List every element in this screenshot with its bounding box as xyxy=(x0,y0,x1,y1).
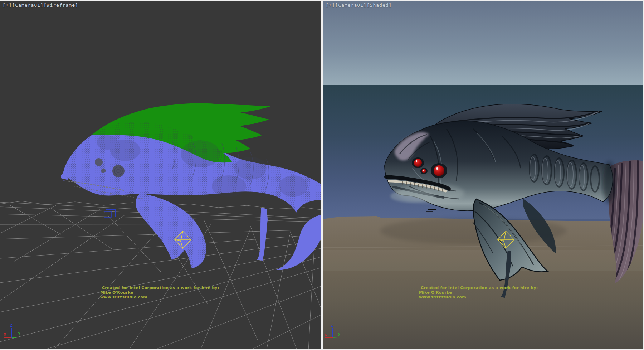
annotation-line: Mike O'Rourke xyxy=(100,290,219,295)
frame-border-top xyxy=(0,0,644,1)
viewport-label-shaded[interactable]: [+][Camera01][Shaded] xyxy=(326,3,392,8)
annotation-line: www.fritzstudio.com xyxy=(419,295,538,300)
viewport-label-wireframe[interactable]: [+][Camera01][Wireframe] xyxy=(3,3,78,8)
axis-z-label: z xyxy=(331,323,333,327)
viewport-wireframe[interactable]: X Z Y [+][Camera01][Wireframe] Created f… xyxy=(0,0,321,350)
viewport-layout: X Z Y [+][Camera01][Wireframe] Created f… xyxy=(0,0,644,350)
axis-x-label: x xyxy=(325,332,327,336)
viewport-shaded[interactable]: x z y [+][Camera01][Shaded] Created for … xyxy=(323,0,644,350)
annotation-line: Mike O'Rourke xyxy=(419,290,538,295)
annotation-line: Created for Intel Corporation as a work … xyxy=(100,286,219,290)
axis-y-label: Y xyxy=(18,331,21,336)
scene-annotation-text: Created for Intel Corporation as a work … xyxy=(419,286,538,300)
viewport-divider[interactable] xyxy=(321,0,323,350)
scene-annotation-text: Created for Intel Corporation as a work … xyxy=(100,286,219,300)
axis-z-label: Z xyxy=(10,323,13,327)
axis-gizmo-left: X Z Y xyxy=(4,323,21,338)
annotation-line: Created for Intel Corporation as a work … xyxy=(419,286,538,290)
helper-box-left[interactable] xyxy=(104,210,115,217)
helper-box-right[interactable] xyxy=(426,210,436,218)
axis-x-label: X xyxy=(4,332,6,336)
fish-model-wireframe[interactable] xyxy=(61,103,321,270)
annotation-line: www.fritzstudio.com xyxy=(100,295,219,300)
axis-y-label: y xyxy=(338,331,341,336)
